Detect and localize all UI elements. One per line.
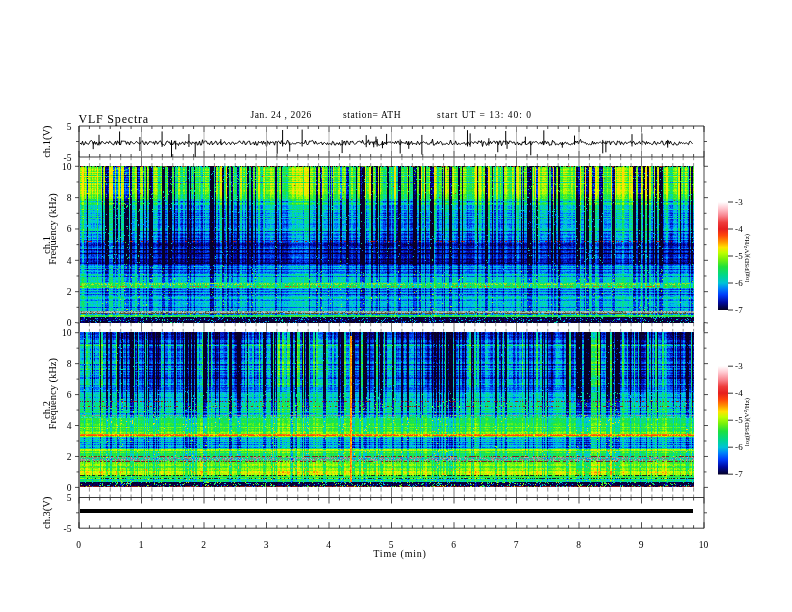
svg-text:Time (min): Time (min) bbox=[373, 548, 426, 560]
svg-text:9: 9 bbox=[639, 540, 644, 550]
svg-text:10: 10 bbox=[699, 540, 709, 550]
svg-text:Frequency (kHz): Frequency (kHz) bbox=[47, 193, 59, 265]
svg-text:Jan. 24 , 2026: Jan. 24 , 2026 bbox=[251, 110, 312, 120]
svg-text:station= ATH: station= ATH bbox=[343, 110, 401, 120]
svg-text:10: 10 bbox=[62, 328, 72, 338]
svg-text:-7: -7 bbox=[735, 305, 743, 315]
svg-text:0: 0 bbox=[67, 318, 72, 328]
svg-text:2: 2 bbox=[201, 540, 206, 550]
svg-text:6: 6 bbox=[451, 540, 456, 550]
svg-text:-3: -3 bbox=[735, 361, 743, 371]
svg-text:-5: -5 bbox=[64, 524, 72, 534]
svg-text:0: 0 bbox=[67, 483, 72, 493]
svg-text:ch.1(V): ch.1(V) bbox=[42, 125, 54, 158]
svg-text:2: 2 bbox=[67, 287, 72, 297]
svg-text:6: 6 bbox=[67, 390, 72, 400]
svg-text:Frequency (kHz): Frequency (kHz) bbox=[47, 357, 59, 429]
svg-text:-4: -4 bbox=[735, 224, 743, 234]
svg-text:start UT = 13: 40: 0: start UT = 13: 40: 0 bbox=[437, 110, 532, 120]
svg-text:8: 8 bbox=[67, 359, 72, 369]
svg-text:5: 5 bbox=[67, 122, 72, 132]
svg-text:VLF Spectra: VLF Spectra bbox=[79, 112, 149, 126]
svg-text:log(PSD)(V²/Hz): log(PSD)(V²/Hz) bbox=[743, 233, 751, 282]
svg-text:-3: -3 bbox=[735, 197, 743, 207]
svg-text:4: 4 bbox=[67, 421, 72, 431]
svg-text:4: 4 bbox=[326, 540, 331, 550]
svg-text:-7: -7 bbox=[735, 469, 743, 479]
svg-text:log(PSD)(V²/Hz): log(PSD)(V²/Hz) bbox=[743, 397, 751, 446]
svg-text:-4: -4 bbox=[735, 388, 743, 398]
svg-text:0: 0 bbox=[76, 540, 81, 550]
svg-text:5: 5 bbox=[67, 493, 72, 503]
svg-text:8: 8 bbox=[67, 193, 72, 203]
svg-text:4: 4 bbox=[67, 256, 72, 266]
svg-text:7: 7 bbox=[514, 540, 519, 550]
svg-text:2: 2 bbox=[67, 452, 72, 462]
svg-text:10: 10 bbox=[62, 162, 72, 172]
svg-text:6: 6 bbox=[67, 224, 72, 234]
svg-text:8: 8 bbox=[576, 540, 581, 550]
svg-text:ch.3(V): ch.3(V) bbox=[42, 496, 54, 529]
svg-text:1: 1 bbox=[139, 540, 144, 550]
svg-text:3: 3 bbox=[264, 540, 269, 550]
